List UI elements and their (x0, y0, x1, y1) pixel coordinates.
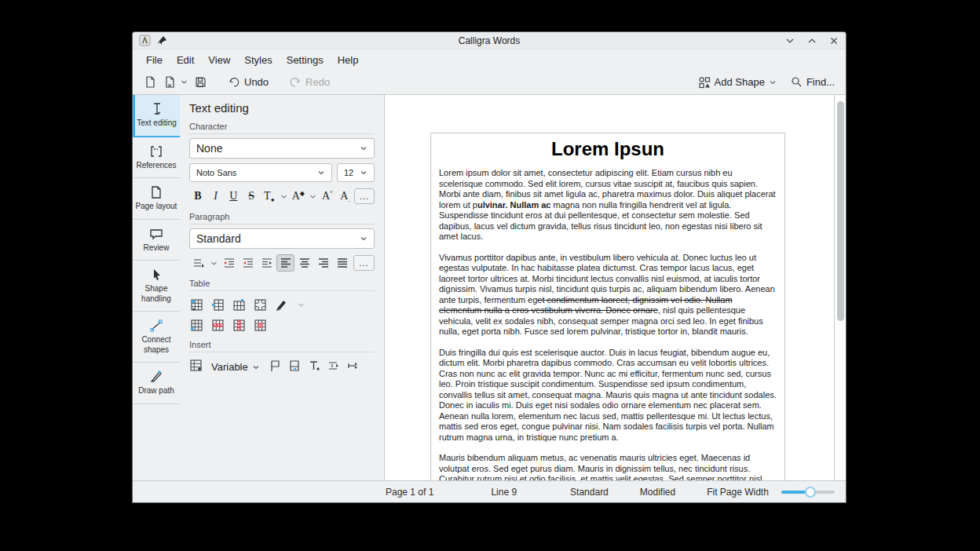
merge-cells-button[interactable] (253, 297, 268, 312)
delete-column-button[interactable] (232, 318, 247, 333)
font-family-select[interactable]: Noto Sans (189, 163, 332, 182)
align-right-button[interactable] (314, 254, 332, 272)
strikethrough-button[interactable]: S (243, 188, 260, 205)
insert-bookmark-button[interactable] (269, 359, 281, 375)
save-button[interactable] (191, 72, 210, 92)
sidebar-item-label: Connect shapes (134, 335, 178, 355)
highlight-color-button[interactable]: A◆ (290, 188, 307, 205)
document-page[interactable]: Lorem Ipsun Lorem ipsum dolor sit amet, … (430, 133, 785, 480)
sidebar-item-page-layout[interactable]: Page layout (133, 178, 180, 220)
sidebar-item-connect-shapes[interactable]: Connect shapes (133, 312, 180, 363)
review-icon (149, 227, 163, 241)
menu-edit[interactable]: Edit (170, 52, 201, 68)
maximize-button[interactable] (806, 35, 817, 46)
increase-indent-button[interactable] (220, 254, 238, 272)
scrollbar-thumb[interactable] (837, 101, 844, 321)
align-left-button[interactable] (276, 254, 294, 272)
insert-table-of-contents-button[interactable] (189, 359, 203, 375)
decrease-indent-button[interactable] (239, 254, 257, 272)
search-icon (791, 76, 803, 88)
border-pen-chevron-icon[interactable] (295, 296, 306, 313)
statusbar-line[interactable]: Line 9 (491, 487, 517, 498)
change-text-direction-button[interactable] (258, 254, 276, 272)
character-style-select[interactable]: None (189, 138, 375, 159)
align-justify-button[interactable] (333, 254, 351, 272)
statusbar-style[interactable]: Standard (570, 487, 609, 498)
open-document-button[interactable] (160, 72, 191, 92)
save-icon (194, 75, 207, 89)
highlight-color-chevron-icon[interactable] (308, 188, 318, 205)
text-color-button[interactable]: T● (261, 188, 278, 205)
references-icon (149, 144, 163, 159)
chevron-down-icon (360, 169, 368, 177)
pin-icon[interactable] (157, 35, 167, 46)
chevron-down-icon (360, 144, 368, 152)
tools-sidebar: Text editing References Page layout Revi… (133, 95, 180, 480)
grow-font-button[interactable]: A° (319, 188, 336, 205)
bold-button[interactable]: B (189, 188, 207, 205)
paragraph-style-value: Standard (196, 232, 241, 245)
sidebar-item-text-editing[interactable]: Text editing (133, 95, 180, 137)
paragraph-style-select[interactable]: Standard (189, 228, 375, 249)
font-size-select[interactable]: 12 (337, 163, 375, 182)
tool-options-panel: Text editing Character None Noto Sans 12… (180, 95, 385, 480)
insert-column-button[interactable] (232, 297, 247, 312)
list-style-button[interactable] (189, 254, 207, 272)
delete-row-button[interactable] (210, 318, 225, 333)
list-style-chevron-icon[interactable] (208, 254, 219, 272)
app-icon (139, 35, 151, 46)
insert-variable-button[interactable]: Variable (210, 359, 261, 374)
menu-styles[interactable]: Styles (237, 52, 279, 68)
statusbar: Page 1 of 1 Line 9 Standard Modified Fit… (133, 480, 846, 502)
redo-button[interactable]: Redo (286, 73, 333, 92)
zoom-slider-handle[interactable] (805, 487, 816, 498)
menu-help[interactable]: Help (331, 52, 366, 68)
document-viewport[interactable]: Lorem Ipsun Lorem ipsum dolor sit amet, … (385, 95, 834, 480)
character-more-button[interactable]: ... (354, 188, 375, 204)
align-center-button[interactable] (295, 254, 313, 272)
section-paragraph: Paragraph (189, 212, 375, 224)
insert-tab-button[interactable] (327, 359, 340, 375)
sidebar-item-references[interactable]: References (133, 137, 180, 179)
section-character: Character (189, 122, 375, 134)
menu-file[interactable]: File (139, 52, 170, 68)
sidebar-item-draw-path[interactable]: Draw path (133, 363, 180, 404)
document-paragraphs: Lorem ipsum dolor sit amet, consectetur … (439, 168, 777, 480)
shrink-font-button[interactable]: A. (337, 188, 354, 205)
underline-button[interactable]: U (225, 188, 242, 205)
minimize-button[interactable] (784, 35, 795, 46)
sidebar-item-shape-handling[interactable]: Shape handling (133, 261, 180, 312)
text-color-chevron-icon[interactable] (279, 188, 289, 205)
menu-settings[interactable]: Settings (280, 52, 331, 68)
zoom-slider[interactable] (781, 486, 835, 498)
undo-button[interactable]: Undo (225, 73, 272, 92)
sidebar-item-label: Page layout (136, 202, 177, 212)
undo-icon (228, 76, 240, 89)
border-pen-button[interactable] (274, 297, 289, 312)
insert-row-button[interactable] (210, 297, 225, 312)
panel-title: Text editing (189, 101, 375, 115)
document-paragraph: Lorem ipsum dolor sit amet, consectetur … (439, 168, 777, 243)
add-shape-button[interactable]: Add Shape (695, 73, 780, 92)
statusbar-modified[interactable]: Modified (640, 487, 675, 498)
menu-view[interactable]: View (201, 52, 237, 68)
titlebar[interactable]: Calligra Words (133, 32, 846, 49)
find-button[interactable]: Find... (788, 73, 838, 91)
sidebar-item-review[interactable]: Review (133, 220, 180, 261)
document-paragraph: Duis fringilla dui quis est scelerisque … (439, 348, 777, 443)
paragraph-more-button[interactable]: ... (353, 255, 375, 271)
statusbar-page[interactable]: Page 1 of 1 (386, 487, 433, 498)
new-document-button[interactable] (141, 72, 160, 92)
insert-page-break-button[interactable] (288, 359, 301, 375)
insert-index-marker-button[interactable] (347, 359, 360, 375)
sidebar-item-label: Text editing (137, 119, 177, 129)
close-button[interactable] (828, 35, 839, 46)
document-paragraph: Vivamus porttitor dapibus ante, in vesti… (439, 253, 777, 338)
delete-table-button[interactable] (253, 318, 268, 333)
insert-table-button[interactable] (189, 297, 204, 312)
statusbar-zoom-mode[interactable]: Fit Page Width (707, 487, 769, 498)
italic-button[interactable]: I (207, 188, 225, 205)
split-cells-button[interactable] (189, 318, 204, 333)
insert-text-button[interactable] (308, 359, 320, 375)
vertical-scrollbar[interactable] (834, 95, 846, 480)
